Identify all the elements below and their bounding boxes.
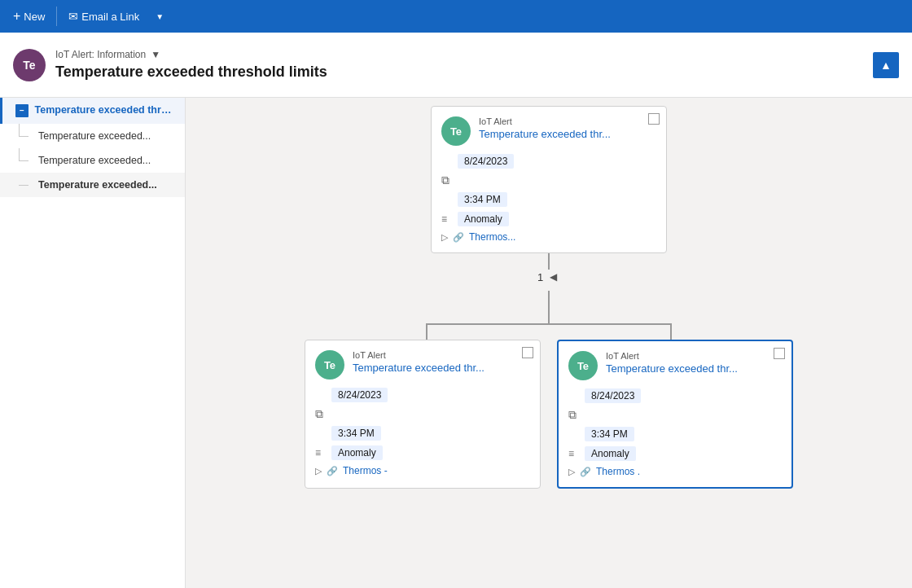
card-header: Te IoT Alert Temperature exceeded thr...	[568, 351, 782, 380]
sidebar-item-label-3: Temperature exceeded...	[38, 179, 157, 191]
sidebar-item-label-2: Temperature exceeded...	[38, 155, 151, 166]
link-icon: 🔗	[327, 466, 338, 476]
dropdown-label: IoT Alert: Information	[55, 49, 146, 60]
page-number: 1	[537, 271, 543, 283]
card-date: 8/24/2023	[331, 388, 388, 402]
card-time-field: 3:34 PM	[568, 427, 782, 441]
card-time: 3:34 PM	[458, 192, 507, 207]
arrow-icon: ▷	[315, 466, 322, 476]
top-card-checkbox[interactable]	[648, 113, 660, 125]
prev-page-button[interactable]: ◀	[546, 270, 560, 284]
connector-section: 1 ◀	[305, 253, 793, 340]
branch-h	[427, 323, 671, 325]
sidebar-item-0[interactable]: − Temperature exceeded thresh...	[0, 98, 185, 124]
card-header: Te IoT Alert Temperature exceeded thr...	[315, 350, 530, 380]
card-name[interactable]: Temperature exceeded thr...	[606, 362, 782, 375]
email-link-button[interactable]: ✉ Email a Link	[62, 5, 146, 28]
sidebar: − Temperature exceeded thresh... Tempera…	[0, 98, 186, 588]
card-copy-field: ⧉	[441, 173, 656, 187]
card-avatar: Te	[441, 116, 471, 146]
collapse-button[interactable]: ▲	[873, 52, 899, 78]
content-area: Te IoT Alert Temperature exceeded thr...…	[186, 98, 912, 588]
card-category: Anomaly	[458, 212, 509, 226]
bottom-card-1-checkbox[interactable]	[774, 348, 785, 359]
card-title-area: IoT Alert Temperature exceeded thr...	[353, 350, 530, 374]
new-label: New	[24, 11, 45, 23]
tree-line-h	[19, 185, 28, 186]
page-title: Temperature exceeded threshold limits	[55, 64, 863, 81]
collapse-icon: −	[15, 104, 28, 117]
branch-right-v	[670, 323, 672, 340]
main-layout: − Temperature exceeded thresh... Tempera…	[0, 98, 912, 588]
sidebar-item-3[interactable]: Temperature exceeded...	[0, 173, 185, 197]
card-category-field: ≡ Anomaly	[441, 212, 656, 226]
card-name[interactable]: Temperature exceeded thr...	[479, 128, 656, 140]
top-card: Te IoT Alert Temperature exceeded thr...…	[431, 106, 667, 253]
tree-line-h	[19, 136, 28, 137]
new-button[interactable]: + New	[7, 4, 51, 29]
sidebar-item-label-1: Temperature exceeded...	[38, 130, 151, 142]
card-time-field: 3:34 PM	[441, 192, 656, 207]
divider	[56, 7, 57, 26]
header-text: IoT Alert: Information ▼ Temperature exc…	[55, 49, 863, 81]
bottom-card-0-checkbox[interactable]	[522, 347, 533, 358]
tree-line-h	[19, 160, 28, 161]
branch-center-v	[548, 291, 550, 323]
collapse-icon: ▲	[880, 59, 892, 72]
card-category: Anomaly	[331, 445, 383, 460]
bottom-card-1: Te IoT Alert Temperature exceeded thr...…	[557, 340, 793, 489]
card-category-field: ≡ Anomaly	[315, 445, 530, 460]
copy-icon: ⧉	[315, 407, 331, 421]
tree-line	[19, 124, 20, 136]
card-category-field: ≡ Anomaly	[568, 446, 782, 461]
category-icon: ≡	[568, 448, 585, 459]
card-date: 8/24/2023	[585, 388, 641, 403]
link-icon: 🔗	[580, 467, 591, 477]
card-date-field: 8/24/2023	[315, 388, 530, 402]
copy-icon: ⧉	[568, 408, 585, 422]
link-icon: 🔗	[453, 232, 464, 243]
top-card-container: Te IoT Alert Temperature exceeded thr...…	[431, 106, 667, 253]
header-dropdown-button[interactable]: IoT Alert: Information ▼	[55, 49, 160, 60]
category-icon: ≡	[441, 213, 458, 225]
thermos-link[interactable]: Thermos -	[343, 465, 388, 476]
arrow-icon: ▷	[568, 467, 575, 477]
plus-icon: +	[13, 9, 20, 24]
chevron-down-icon: ▼	[156, 12, 164, 21]
sidebar-item-1[interactable]: Temperature exceeded...	[0, 124, 185, 148]
thermos-link[interactable]: Thermos...	[469, 231, 515, 243]
sidebar-item-2[interactable]: Temperature exceeded...	[0, 148, 185, 173]
tree-line	[19, 148, 20, 160]
branch-connector	[305, 291, 793, 340]
card-type: IoT Alert	[606, 351, 782, 361]
sidebar-item-label-0: Temperature exceeded thresh...	[34, 104, 185, 116]
card-category: Anomaly	[585, 446, 636, 461]
category-icon: ≡	[315, 447, 331, 459]
card-footer: ▷ 🔗 Thermos...	[441, 231, 656, 243]
bottom-cards-row: Te IoT Alert Temperature exceeded thr...…	[305, 340, 793, 489]
dropdown-chevron-button[interactable]: ▼	[149, 7, 170, 26]
pagination: 1 ◀	[537, 270, 560, 284]
branch-left-v	[426, 323, 428, 340]
tree-wrapper: Te IoT Alert Temperature exceeded thr...…	[186, 98, 912, 489]
card-name[interactable]: Temperature exceeded thr...	[353, 362, 530, 374]
card-footer: ▷ 🔗 Thermos .	[568, 466, 782, 477]
card-type: IoT Alert	[479, 116, 656, 126]
card-title-area: IoT Alert Temperature exceeded thr...	[606, 351, 782, 375]
top-bar: + New ✉ Email a Link ▼	[0, 0, 912, 33]
card-footer: ▷ 🔗 Thermos -	[315, 465, 530, 476]
chevron-down-icon: ▼	[151, 49, 160, 60]
card-type: IoT Alert	[353, 350, 530, 360]
thermos-link[interactable]: Thermos .	[596, 466, 640, 477]
avatar: Te	[13, 49, 46, 81]
vert-line-1	[548, 253, 550, 270]
card-copy-field: ⧉	[315, 407, 530, 421]
header: Te IoT Alert: Information ▼ Temperature …	[0, 33, 912, 98]
card-time: 3:34 PM	[585, 427, 634, 441]
card-avatar: Te	[568, 351, 598, 380]
card-time: 3:34 PM	[331, 426, 381, 441]
card-header: Te IoT Alert Temperature exceeded thr...	[441, 116, 656, 146]
card-time-field: 3:34 PM	[315, 426, 530, 441]
card-date-field: 8/24/2023	[441, 154, 656, 169]
email-label: Email a Link	[81, 11, 139, 23]
